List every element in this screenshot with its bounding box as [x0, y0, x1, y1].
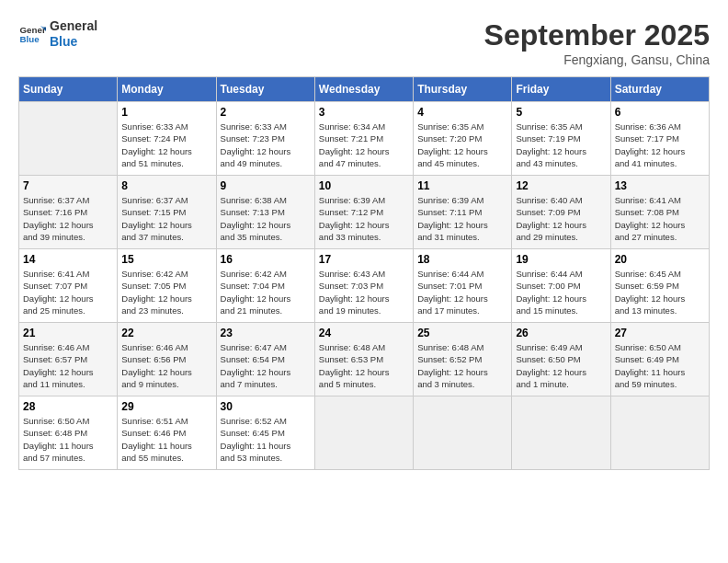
calendar-cell: 4Sunrise: 6:35 AM Sunset: 7:20 PM Daylig… [414, 102, 512, 176]
day-number: 22 [121, 327, 211, 339]
calendar-cell: 1Sunrise: 6:33 AM Sunset: 7:24 PM Daylig… [118, 102, 216, 176]
calendar-cell: 26Sunrise: 6:49 AM Sunset: 6:50 PM Dayli… [512, 323, 610, 396]
day-number: 29 [121, 400, 211, 413]
day-info: Sunrise: 6:44 AM Sunset: 7:00 PM Dayligh… [516, 268, 606, 316]
month-title: September 2025 [484, 18, 710, 52]
day-number: 16 [221, 253, 311, 266]
header: General Blue General Blue September 2025… [18, 18, 710, 67]
day-info: Sunrise: 6:48 AM Sunset: 6:52 PM Dayligh… [417, 341, 507, 390]
calendar-table: SundayMondayTuesdayWednesdayThursdayFrid… [18, 76, 710, 470]
day-number: 30 [221, 400, 311, 413]
day-number: 6 [615, 106, 705, 119]
day-info: Sunrise: 6:47 AM Sunset: 6:54 PM Dayligh… [221, 341, 311, 390]
calendar-cell [414, 396, 512, 470]
day-info: Sunrise: 6:33 AM Sunset: 7:24 PM Dayligh… [121, 121, 211, 169]
calendar-cell: 19Sunrise: 6:44 AM Sunset: 7:00 PM Dayli… [512, 249, 610, 323]
weekday-header: Saturday [610, 77, 709, 102]
day-info: Sunrise: 6:34 AM Sunset: 7:21 PM Dayligh… [319, 121, 409, 169]
weekday-header: Sunday [19, 77, 118, 102]
calendar-cell: 16Sunrise: 6:42 AM Sunset: 7:04 PM Dayli… [216, 249, 314, 323]
day-info: Sunrise: 6:35 AM Sunset: 7:19 PM Dayligh… [516, 121, 606, 169]
calendar-cell: 9Sunrise: 6:38 AM Sunset: 7:13 PM Daylig… [216, 176, 314, 249]
calendar-cell: 22Sunrise: 6:46 AM Sunset: 6:56 PM Dayli… [118, 323, 216, 396]
day-info: Sunrise: 6:51 AM Sunset: 6:46 PM Dayligh… [121, 415, 211, 464]
weekday-header: Wednesday [314, 77, 413, 102]
logo-icon: General Blue [18, 20, 46, 48]
calendar-cell: 24Sunrise: 6:48 AM Sunset: 6:53 PM Dayli… [314, 323, 413, 396]
day-number: 15 [121, 253, 211, 266]
calendar-cell: 10Sunrise: 6:39 AM Sunset: 7:12 PM Dayli… [314, 176, 413, 249]
calendar-cell [19, 102, 118, 176]
calendar-cell [610, 396, 709, 470]
day-info: Sunrise: 6:50 AM Sunset: 6:49 PM Dayligh… [615, 341, 705, 390]
day-info: Sunrise: 6:42 AM Sunset: 7:04 PM Dayligh… [221, 268, 311, 316]
day-info: Sunrise: 6:50 AM Sunset: 6:48 PM Dayligh… [23, 415, 113, 464]
day-info: Sunrise: 6:38 AM Sunset: 7:13 PM Dayligh… [221, 194, 311, 243]
day-number: 12 [516, 179, 606, 192]
day-number: 8 [121, 179, 211, 192]
calendar-cell: 15Sunrise: 6:42 AM Sunset: 7:05 PM Dayli… [118, 249, 216, 323]
day-info: Sunrise: 6:39 AM Sunset: 7:11 PM Dayligh… [417, 194, 507, 243]
calendar-cell: 6Sunrise: 6:36 AM Sunset: 7:17 PM Daylig… [610, 102, 709, 176]
day-number: 14 [23, 253, 113, 266]
day-number: 25 [417, 327, 507, 339]
day-info: Sunrise: 6:36 AM Sunset: 7:17 PM Dayligh… [615, 121, 705, 169]
day-number: 7 [23, 179, 113, 192]
day-number: 20 [615, 253, 705, 266]
calendar-cell: 7Sunrise: 6:37 AM Sunset: 7:16 PM Daylig… [19, 176, 118, 249]
day-number: 9 [221, 179, 311, 192]
day-info: Sunrise: 6:44 AM Sunset: 7:01 PM Dayligh… [417, 268, 507, 316]
calendar-cell: 20Sunrise: 6:45 AM Sunset: 6:59 PM Dayli… [610, 249, 709, 323]
day-number: 13 [615, 179, 705, 192]
calendar-cell: 18Sunrise: 6:44 AM Sunset: 7:01 PM Dayli… [414, 249, 512, 323]
calendar-cell: 5Sunrise: 6:35 AM Sunset: 7:19 PM Daylig… [512, 102, 610, 176]
weekday-header: Friday [512, 77, 610, 102]
day-info: Sunrise: 6:39 AM Sunset: 7:12 PM Dayligh… [319, 194, 409, 243]
day-info: Sunrise: 6:52 AM Sunset: 6:45 PM Dayligh… [221, 415, 311, 464]
logo: General Blue General Blue [18, 18, 97, 50]
day-info: Sunrise: 6:43 AM Sunset: 7:03 PM Dayligh… [319, 268, 409, 316]
day-number: 28 [23, 400, 113, 413]
day-info: Sunrise: 6:48 AM Sunset: 6:53 PM Dayligh… [319, 341, 409, 390]
calendar-cell: 14Sunrise: 6:41 AM Sunset: 7:07 PM Dayli… [19, 249, 118, 323]
calendar-cell: 29Sunrise: 6:51 AM Sunset: 6:46 PM Dayli… [118, 396, 216, 470]
day-info: Sunrise: 6:37 AM Sunset: 7:16 PM Dayligh… [23, 194, 113, 243]
day-number: 10 [319, 179, 409, 192]
weekday-header: Monday [118, 77, 216, 102]
day-info: Sunrise: 6:40 AM Sunset: 7:09 PM Dayligh… [516, 194, 606, 243]
day-info: Sunrise: 6:41 AM Sunset: 7:07 PM Dayligh… [23, 268, 113, 316]
day-info: Sunrise: 6:33 AM Sunset: 7:23 PM Dayligh… [221, 121, 311, 169]
day-number: 17 [319, 253, 409, 266]
weekday-header: Tuesday [216, 77, 314, 102]
day-info: Sunrise: 6:46 AM Sunset: 6:56 PM Dayligh… [121, 341, 211, 390]
calendar-cell: 28Sunrise: 6:50 AM Sunset: 6:48 PM Dayli… [19, 396, 118, 470]
day-info: Sunrise: 6:35 AM Sunset: 7:20 PM Dayligh… [417, 121, 507, 169]
day-number: 21 [23, 327, 113, 339]
day-number: 4 [417, 106, 507, 119]
calendar-cell: 30Sunrise: 6:52 AM Sunset: 6:45 PM Dayli… [216, 396, 314, 470]
title-block: September 2025 Fengxiang, Gansu, China [484, 18, 710, 67]
subtitle: Fengxiang, Gansu, China [484, 52, 710, 67]
calendar-cell: 12Sunrise: 6:40 AM Sunset: 7:09 PM Dayli… [512, 176, 610, 249]
day-info: Sunrise: 6:46 AM Sunset: 6:57 PM Dayligh… [23, 341, 113, 390]
calendar-cell: 11Sunrise: 6:39 AM Sunset: 7:11 PM Dayli… [414, 176, 512, 249]
calendar-cell: 3Sunrise: 6:34 AM Sunset: 7:21 PM Daylig… [314, 102, 413, 176]
day-info: Sunrise: 6:45 AM Sunset: 6:59 PM Dayligh… [615, 268, 705, 316]
day-info: Sunrise: 6:49 AM Sunset: 6:50 PM Dayligh… [516, 341, 606, 390]
weekday-header: Thursday [414, 77, 512, 102]
calendar-cell: 23Sunrise: 6:47 AM Sunset: 6:54 PM Dayli… [216, 323, 314, 396]
day-number: 24 [319, 327, 409, 339]
day-number: 1 [121, 106, 211, 119]
calendar-cell: 2Sunrise: 6:33 AM Sunset: 7:23 PM Daylig… [216, 102, 314, 176]
day-info: Sunrise: 6:37 AM Sunset: 7:15 PM Dayligh… [121, 194, 211, 243]
day-number: 27 [615, 327, 705, 339]
day-number: 11 [417, 179, 507, 192]
day-info: Sunrise: 6:42 AM Sunset: 7:05 PM Dayligh… [121, 268, 211, 316]
day-number: 23 [221, 327, 311, 339]
svg-text:General: General [20, 24, 47, 34]
calendar-cell: 8Sunrise: 6:37 AM Sunset: 7:15 PM Daylig… [118, 176, 216, 249]
calendar-cell: 17Sunrise: 6:43 AM Sunset: 7:03 PM Dayli… [314, 249, 413, 323]
svg-text:Blue: Blue [20, 34, 40, 44]
calendar-cell [512, 396, 610, 470]
calendar-cell: 25Sunrise: 6:48 AM Sunset: 6:52 PM Dayli… [414, 323, 512, 396]
